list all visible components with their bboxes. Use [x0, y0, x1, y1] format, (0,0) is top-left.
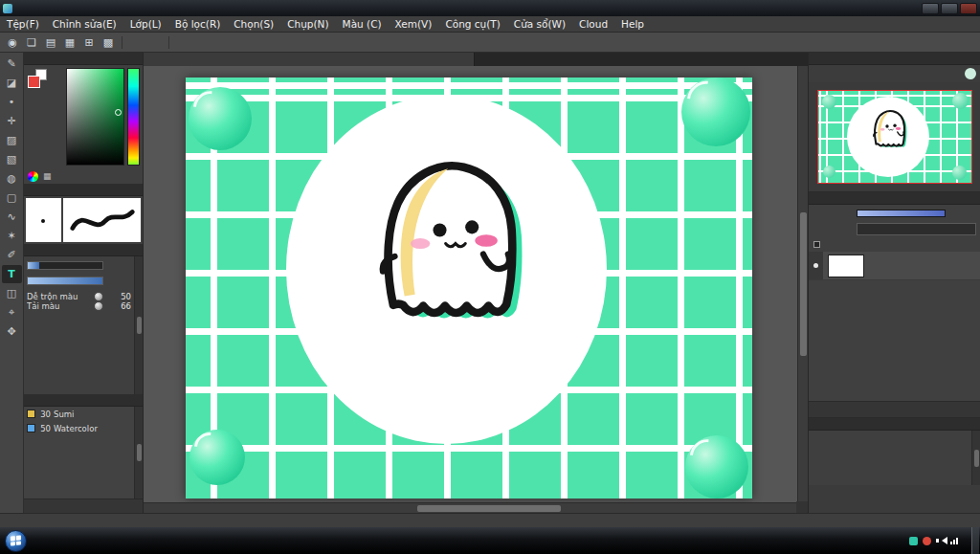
- menu-item[interactable]: Bộ lọc(R): [168, 18, 228, 30]
- close-button[interactable]: [960, 3, 977, 14]
- show-desktop-button[interactable]: [971, 527, 979, 554]
- scroll-thumb[interactable]: [800, 212, 807, 356]
- toolbar-icon-color-mode[interactable]: ◉: [4, 34, 21, 50]
- blend-mode-select[interactable]: [857, 223, 976, 235]
- knob-value: 66: [106, 301, 131, 311]
- ghost-drawing: [327, 118, 552, 343]
- menu-item[interactable]: Help: [614, 18, 651, 30]
- layer-visibility-toggle[interactable]: [809, 252, 823, 279]
- menu-item[interactable]: Tệp(F): [0, 18, 46, 30]
- minimize-button[interactable]: [922, 3, 939, 14]
- layer-option-checkbox[interactable]: [813, 241, 822, 248]
- menu-item[interactable]: Chụp(N): [280, 18, 335, 30]
- tool-lasso[interactable]: ∿: [2, 208, 22, 226]
- foreground-color-swatch[interactable]: [28, 76, 40, 88]
- scrollbar-corner: [796, 501, 808, 513]
- canvas-viewport[interactable]: [144, 66, 808, 513]
- tool-magic-wand[interactable]: ✶: [2, 227, 22, 245]
- tool-hand[interactable]: ✥: [2, 322, 22, 341]
- menu-item[interactable]: Công cụ(T): [438, 18, 506, 30]
- windows-taskbar: [0, 527, 980, 554]
- tray-alert-icon[interactable]: [923, 537, 931, 545]
- menu-item[interactable]: Cloud: [572, 18, 614, 30]
- toolbar-icon-panels[interactable]: ▦: [61, 34, 78, 50]
- tool-move[interactable]: ✛: [2, 112, 22, 130]
- tool-pen[interactable]: ✎: [2, 55, 22, 73]
- main-toolbar: ◉❏▤▦⊞▩: [0, 33, 980, 53]
- tool-strip: ✎◪•✛▨▧◍▢∿✶✐T◫⌖✥: [0, 53, 24, 513]
- brush-preview-panel: [24, 184, 143, 244]
- brush-size-preview: [26, 198, 61, 242]
- tool-select-pen[interactable]: ✐: [2, 246, 22, 264]
- menu-item[interactable]: Màu (C): [336, 18, 389, 30]
- toolbar-icon-grid[interactable]: ⊞: [80, 34, 98, 50]
- artwork[interactable]: [186, 78, 752, 499]
- tool-bucket[interactable]: ◍: [2, 169, 22, 188]
- brush-size-option[interactable]: [811, 434, 839, 483]
- tool-fill[interactable]: ▨: [2, 131, 22, 149]
- panel-scrollbar[interactable]: [971, 431, 980, 485]
- toolbar-separator: [122, 36, 122, 49]
- toolbar-icon-pages[interactable]: ▤: [42, 34, 59, 50]
- menu-item[interactable]: Chỉnh sửa(E): [46, 18, 123, 30]
- layer-row[interactable]: [809, 252, 980, 280]
- brush-knob-row: Dễ trộn màu 50: [27, 292, 131, 301]
- menu-bar: Tệp(F)Chỉnh sửa(E)Lớp(L)Bộ lọc(R)Chọn(S)…: [0, 16, 980, 33]
- hue-bar[interactable]: [127, 68, 140, 166]
- canvas-vertical-scrollbar[interactable]: [797, 66, 808, 501]
- tool-dot[interactable]: •: [2, 93, 22, 111]
- redo-button[interactable]: [146, 34, 164, 50]
- tool-frame[interactable]: ◫: [2, 284, 22, 302]
- tool-text[interactable]: T: [2, 265, 22, 283]
- title-bar: [0, 0, 980, 16]
- brush-name: Sumi: [54, 410, 131, 419]
- panel-scrollbar[interactable]: [134, 256, 143, 394]
- menu-item[interactable]: Lớp(L): [123, 18, 168, 30]
- tray-app-icon[interactable]: [909, 537, 918, 545]
- system-tray: [900, 527, 980, 554]
- scroll-thumb[interactable]: [137, 317, 142, 334]
- scroll-thumb[interactable]: [974, 450, 979, 467]
- navigator-round-button[interactable]: [965, 68, 976, 79]
- menu-item[interactable]: Xem(V): [389, 18, 439, 30]
- tool-gradient[interactable]: ▧: [2, 150, 22, 168]
- saturation-value-picker[interactable]: [66, 68, 124, 166]
- menu-item[interactable]: Chọn(S): [227, 18, 280, 30]
- start-button[interactable]: [5, 530, 27, 552]
- volume-icon[interactable]: [936, 537, 946, 545]
- panel-scrollbar[interactable]: [134, 407, 143, 499]
- right-panel-column: [808, 53, 980, 513]
- toolbar-icon-materials[interactable]: ▩: [100, 34, 117, 50]
- brush-opacity-slider[interactable]: [27, 277, 103, 285]
- brush-size-panel: [809, 418, 980, 485]
- brush-knob-row: Tải màu 66: [27, 301, 131, 311]
- knob-control[interactable]: [94, 301, 103, 311]
- canvas-area: [144, 53, 808, 513]
- opacity-slider[interactable]: [857, 210, 946, 217]
- color-picker-indicator[interactable]: [115, 109, 122, 116]
- tool-eraser[interactable]: ◪: [2, 74, 22, 92]
- knob-control[interactable]: [94, 292, 103, 301]
- scroll-thumb[interactable]: [417, 505, 561, 512]
- tool-eyedropper[interactable]: ⌖: [2, 303, 22, 321]
- maximize-button[interactable]: [941, 3, 958, 14]
- brush-size-slider[interactable]: [27, 261, 103, 270]
- brush-list-panel: 30 Sumi 50 Watercolor: [24, 394, 143, 513]
- brush-item[interactable]: 30 Sumi: [24, 407, 134, 421]
- color-wheel-icon[interactable]: [28, 171, 38, 182]
- document-tab[interactable]: [144, 53, 475, 66]
- taskbar-app[interactable]: [33, 529, 68, 553]
- palette-icon[interactable]: ▦: [43, 171, 52, 181]
- scroll-thumb[interactable]: [137, 444, 142, 461]
- knob-label: Dễ trộn màu: [27, 292, 91, 301]
- menu-item[interactable]: Cửa sổ(W): [507, 18, 572, 30]
- canvas-horizontal-scrollbar[interactable]: [144, 502, 796, 513]
- brush-item[interactable]: 50 Watercolor: [24, 421, 134, 435]
- tool-select[interactable]: ▢: [2, 188, 22, 207]
- network-icon[interactable]: [950, 538, 958, 544]
- undo-button[interactable]: [127, 34, 145, 50]
- medibang-window: Tệp(F)Chỉnh sửa(E)Lớp(L)Bộ lọc(R)Chọn(S)…: [0, 0, 980, 554]
- toolbar-icon-comment[interactable]: ❏: [23, 34, 40, 50]
- windows-logo-icon: [11, 535, 21, 545]
- navigator-thumbnail[interactable]: [817, 90, 972, 184]
